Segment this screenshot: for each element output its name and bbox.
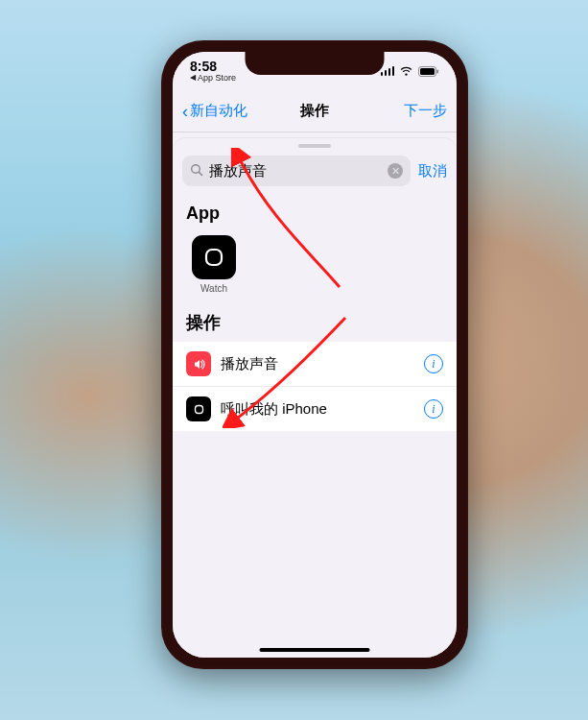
- action-row-ping-iphone[interactable]: 呼叫我的 iPhone i: [173, 387, 457, 431]
- breadcrumb-label: App Store: [198, 74, 236, 83]
- action-label: 呼叫我的 iPhone: [221, 400, 327, 419]
- chevron-left-icon: ◀: [190, 74, 196, 82]
- cancel-search-button[interactable]: 取消: [418, 162, 447, 180]
- apps-grid: Watch: [173, 231, 457, 303]
- app-label: Watch: [200, 283, 227, 294]
- status-time: 8:58: [190, 60, 236, 74]
- back-button[interactable]: ‹ 新自动化: [182, 102, 247, 120]
- phone-frame: 8:58 ◀ App Store ‹: [161, 40, 468, 669]
- navigation-bar: ‹ 新自动化 操作 下一步: [173, 90, 457, 132]
- cellular-signal-icon: [381, 66, 395, 76]
- wifi-icon: [399, 66, 413, 77]
- actions-sheet: 播放声音 ✕ 取消 App Watch 操作: [173, 138, 457, 658]
- apps-section-header: App: [173, 196, 457, 231]
- status-breadcrumb[interactable]: ◀ App Store: [190, 74, 236, 83]
- watch-icon: [186, 396, 211, 421]
- info-button[interactable]: i: [424, 399, 443, 419]
- search-input[interactable]: 播放声音 ✕: [182, 156, 411, 186]
- volume-icon: [186, 351, 211, 376]
- svg-rect-6: [209, 252, 219, 262]
- home-indicator[interactable]: [260, 648, 370, 652]
- close-icon: ✕: [391, 166, 400, 177]
- info-icon: i: [432, 402, 435, 417]
- back-label: 新自动化: [190, 102, 247, 120]
- action-label: 播放声音: [221, 355, 278, 373]
- search-query-text: 播放声音: [209, 162, 382, 180]
- svg-line-4: [199, 172, 201, 175]
- svg-rect-1: [420, 68, 435, 75]
- action-row-play-sound[interactable]: 播放声音 i: [173, 342, 457, 387]
- battery-icon: [418, 66, 439, 77]
- notch: [246, 52, 385, 75]
- phone-screen: 8:58 ◀ App Store ‹: [173, 52, 457, 658]
- sheet-grab-handle[interactable]: [298, 144, 331, 148]
- page-title: 操作: [300, 102, 329, 120]
- app-item-watch[interactable]: Watch: [186, 235, 242, 294]
- actions-list: 播放声音 i 呼叫我的 iPhone i: [173, 342, 457, 431]
- info-icon: i: [432, 357, 435, 372]
- clear-search-button[interactable]: ✕: [388, 163, 403, 179]
- svg-rect-7: [195, 405, 202, 413]
- actions-section-header: 操作: [173, 303, 457, 342]
- info-button[interactable]: i: [424, 354, 443, 373]
- next-button[interactable]: 下一步: [404, 102, 447, 120]
- chevron-left-icon: ‹: [182, 103, 188, 120]
- search-row: 播放声音 ✕ 取消: [173, 152, 457, 196]
- svg-rect-2: [437, 69, 439, 73]
- watch-app-icon: [192, 235, 236, 279]
- search-icon: [190, 163, 203, 180]
